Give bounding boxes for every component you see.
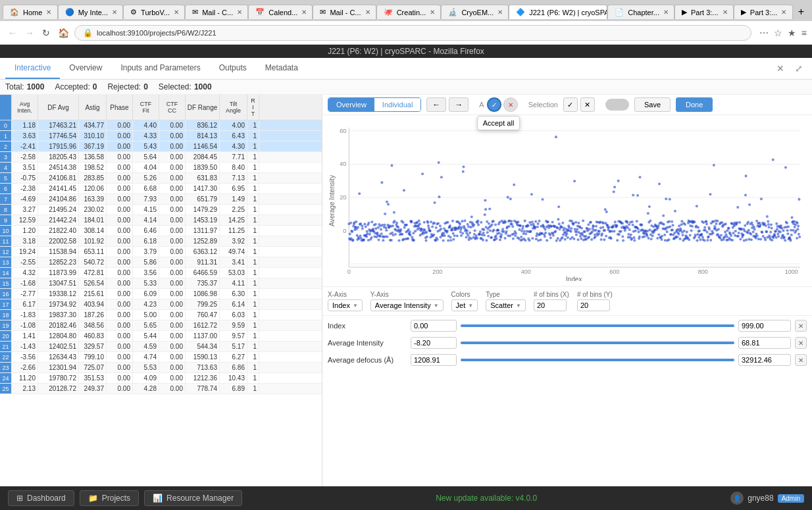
refresh-button[interactable]: ↻ (39, 25, 53, 41)
tab-myinte[interactable]: 🔵 My Inte... ✕ (58, 5, 123, 19)
accept-red-button[interactable]: ✕ (503, 97, 518, 112)
table-row[interactable]: 252.1320128.72249.370.004.280.00778.746.… (0, 384, 322, 394)
tab-close-chapter[interactable]: ✕ (663, 9, 669, 16)
table-row[interactable]: 19-1.0820182.46348.560.005.650.001612.72… (0, 320, 322, 331)
tab-inputs-params[interactable]: Inputs and Parameters (111, 58, 209, 79)
dashboard-button[interactable]: ⊞ Dashboard (8, 490, 74, 506)
tab-close-part3b[interactable]: ✕ (781, 9, 786, 16)
tab-turbov[interactable]: ⚙ TurboV... ✕ (123, 5, 185, 19)
svg-point-9 (349, 232, 351, 235)
table-row[interactable]: 16-2.7719338.12215.610.006.090.001086.98… (0, 289, 322, 299)
table-row[interactable]: 18-1.8319837.30187.260.005.000.00760.476… (0, 310, 322, 320)
tab-close-creatin[interactable]: ✕ (430, 9, 435, 16)
selection-check-icon[interactable]: ✓ (563, 97, 578, 112)
filter-avg-defocus-min[interactable] (411, 354, 457, 366)
table-row[interactable]: 7-4.6924104.86163.390.007.930.00651.791.… (0, 194, 322, 205)
table-row[interactable]: 43.5124514.38198.520.004.040.001839.508.… (0, 163, 322, 173)
tab-overview[interactable]: Overview (60, 58, 111, 79)
accept-blue-button[interactable]: ✓ ↓ (487, 97, 501, 112)
row-cell: 1 (247, 310, 259, 320)
tab-outputs[interactable]: Outputs (210, 58, 256, 79)
filter-avg-intensity-min[interactable] (411, 337, 457, 349)
resource-manager-button[interactable]: 📊 Resource Manager (144, 490, 242, 506)
tab-mail1[interactable]: ✉ Mail - C... ✕ (185, 5, 248, 19)
table-row[interactable]: 15-1.6813047.51526.540.005.330.00735.374… (0, 278, 322, 289)
table-row[interactable]: 13-2.5512852.23540.720.005.860.00911.313… (0, 257, 322, 268)
forward-button[interactable]: → (22, 25, 37, 41)
y-axis-select[interactable]: Average Intensity ▼ (370, 299, 444, 311)
tab-close-myinte[interactable]: ✕ (112, 9, 117, 16)
overview-button[interactable]: Overview (328, 98, 374, 111)
tab-cal[interactable]: 📅 Calend... ✕ (248, 5, 313, 19)
menu-icon[interactable]: ≡ (801, 28, 807, 38)
tab-close-mail2[interactable]: ✕ (365, 9, 370, 16)
individual-button[interactable]: Individual (374, 98, 420, 111)
projects-button[interactable]: 📁 Projects (80, 490, 139, 506)
tab-mail2[interactable]: ✉ Mail - C... ✕ (313, 5, 376, 19)
table-row[interactable]: 1219.2411538.94653.110.003.790.006363.12… (0, 247, 322, 257)
filter-index-slider-track[interactable] (461, 324, 734, 327)
tab-part3a[interactable]: ▶ Part 3:... ✕ (674, 5, 734, 19)
tab-cryoem[interactable]: 🔬 CryoEM... ✕ (441, 5, 509, 19)
table-row[interactable]: 83.2721495.24230.020.004.150.001479.292.… (0, 205, 322, 215)
bins-x-input[interactable] (534, 299, 567, 311)
table-row[interactable]: 01.1817463.21434.770.004.400.00836.124.0… (0, 120, 322, 131)
table-row[interactable]: 2411.2019780.72351.530.004.090.001212.36… (0, 373, 322, 384)
table-row[interactable]: 13.6317746.54310.100.004.330.00814.136.4… (0, 131, 322, 141)
done-button[interactable]: Done (676, 97, 713, 112)
prev-arrow[interactable]: ← (426, 97, 446, 112)
tab-close-part3a[interactable]: ✕ (723, 9, 728, 16)
table-row[interactable]: 5-0.7524106.81283.850.005.260.00631.837.… (0, 173, 322, 184)
x-axis-select[interactable]: Index ▼ (328, 299, 363, 311)
star-icon[interactable]: ★ (788, 28, 796, 38)
table-row[interactable]: 6-2.3824141.45120.060.006.680.001417.306… (0, 184, 322, 194)
tab-close-cal[interactable]: ✕ (301, 9, 307, 16)
table-row[interactable]: 22-3.5612634.43799.100.004.740.001590.13… (0, 352, 322, 363)
new-tab-button[interactable]: + (793, 3, 809, 20)
url-bar[interactable]: 🔒 localhost:39100/projects/P6/W2/J221 (74, 25, 751, 41)
tab-close-mail1[interactable]: ✕ (237, 9, 242, 16)
tab-chapter[interactable]: 📄 Chapter... ✕ (607, 5, 674, 19)
table-row[interactable]: 912.5921442.24184.010.004.140.001453.191… (0, 215, 322, 226)
type-select[interactable]: Scatter ▼ (486, 299, 526, 311)
extensions-icon[interactable]: ⋯ (759, 28, 769, 38)
colors-select[interactable]: Jet ▼ (451, 299, 478, 311)
table-row[interactable]: 23-2.6612301.94725.070.005.530.00713.636… (0, 363, 322, 373)
filter-index-reset[interactable]: ✕ (795, 320, 807, 332)
tab-close-cryoem[interactable]: ✕ (497, 9, 503, 16)
table-row[interactable]: 201.4112804.80460.830.005.440.001137.009… (0, 331, 322, 342)
filter-avg-intensity-reset[interactable]: ✕ (795, 337, 807, 349)
home-button[interactable]: 🏠 (55, 25, 72, 41)
filter-avg-defocus-reset[interactable]: ✕ (795, 354, 807, 366)
bookmark-icon[interactable]: ☆ (774, 28, 782, 38)
tab-cryosparc[interactable]: 🔷 J221 (P6: W2) | cryoSPA... ✕ (509, 5, 607, 19)
table-row[interactable]: 101.2021822.40308.140.006.460.001311.971… (0, 226, 322, 236)
bins-y-input[interactable] (577, 299, 610, 311)
table-row[interactable]: 144.3211873.99472.810.003.560.006466.595… (0, 268, 322, 278)
filter-avg-intensity-slider-track[interactable] (461, 342, 734, 344)
filter-avg-intensity-max[interactable] (738, 337, 791, 349)
filter-index-max[interactable] (738, 320, 791, 332)
tab-home[interactable]: 🏠 Home ✕ (3, 5, 58, 19)
tab-close-turbov[interactable]: ✕ (174, 9, 179, 16)
back-button[interactable]: ← (5, 25, 20, 41)
tab-creatin[interactable]: 🐙 Creatin... ✕ (376, 5, 442, 19)
tab-interactive[interactable]: Interactive (5, 58, 60, 79)
table-row[interactable]: 3-2.5818205.43136.580.005.640.002084.457… (0, 152, 322, 163)
expand-panel-button[interactable]: ⤢ (791, 62, 807, 75)
toggle-switch[interactable] (605, 99, 629, 111)
filter-avg-defocus-slider-track[interactable] (461, 359, 734, 361)
tab-close-home[interactable]: ✕ (46, 9, 51, 16)
next-arrow[interactable]: → (449, 97, 469, 112)
selection-x-icon[interactable]: ✕ (580, 97, 595, 112)
filter-index-min[interactable] (411, 320, 457, 332)
table-row[interactable]: 21-1.4312402.51329.570.004.590.00544.345… (0, 342, 322, 352)
save-button[interactable]: Save (634, 97, 671, 112)
tab-metadata[interactable]: Metadata (256, 58, 307, 79)
filter-avg-defocus-max[interactable] (738, 354, 791, 366)
table-row[interactable]: 2-2.4117915.96367.190.005.430.001146.544… (0, 141, 322, 152)
tab-part3b[interactable]: ▶ Part 3:... ✕ (734, 5, 793, 19)
close-panel-button[interactable]: ✕ (773, 62, 788, 75)
table-row[interactable]: 176.1719734.92403.940.004.230.00799.256.… (0, 299, 322, 310)
table-row[interactable]: 113.1822002.58101.920.006.180.001252.893… (0, 236, 322, 247)
